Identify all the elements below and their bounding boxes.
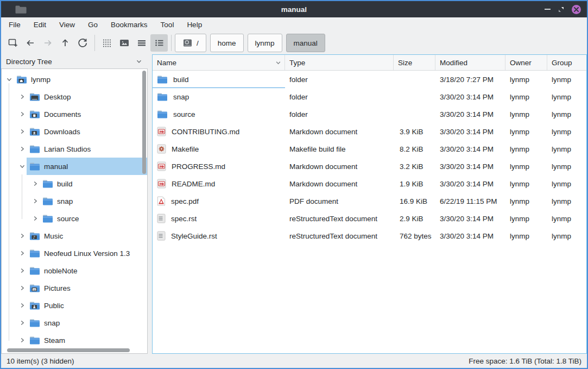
file-row-readme-md[interactable]: MREADME.mdMarkdown document1.9 KiB3/30/2… <box>153 175 586 192</box>
folder-icon <box>29 249 40 258</box>
column-header-owner[interactable]: Owner <box>505 55 547 70</box>
chevron-right-icon[interactable] <box>18 110 27 118</box>
window-title: manual <box>1 5 587 14</box>
chevron-right-icon[interactable] <box>18 92 27 101</box>
menu-file[interactable]: File <box>2 21 27 29</box>
menu-bookmarks[interactable]: Bookmarks <box>104 21 154 29</box>
chevron-down-icon[interactable] <box>135 58 143 65</box>
tree-item-pictures[interactable]: Pictures <box>2 279 147 297</box>
minimize-button[interactable] <box>545 9 551 10</box>
column-header-group[interactable]: Group <box>547 55 586 70</box>
tree-item-lynmp[interactable]: lynmp <box>2 71 147 88</box>
main-area: Directory Tree lynmpDesktopDocumentsDown… <box>1 54 587 354</box>
tree-item-label: source <box>57 215 79 223</box>
maximize-button[interactable] <box>558 6 565 13</box>
chevron-right-icon[interactable] <box>18 336 27 345</box>
menu-edit[interactable]: Edit <box>27 21 53 29</box>
thumbnail-view-button[interactable] <box>116 34 133 52</box>
chevron-right-icon[interactable] <box>18 249 27 258</box>
tree-item-build[interactable]: build <box>2 175 147 192</box>
file-row-snap[interactable]: snapfolder3/30/20 3:14 PMlynmplynmp <box>153 88 586 105</box>
file-type: PDF document <box>285 197 394 205</box>
menubar: FileEditViewGoBookmarksToolHelp <box>1 17 587 32</box>
menu-go[interactable]: Go <box>81 21 104 29</box>
file-row-build[interactable]: buildfolder3/18/20 7:27 PMlynmplynmp <box>153 71 586 88</box>
tree-item-downloads[interactable]: Downloads <box>2 123 147 140</box>
compact-view-button[interactable] <box>133 34 150 52</box>
sidebar-header[interactable]: Directory Tree <box>1 54 148 68</box>
path-button-root[interactable]: / <box>175 34 206 52</box>
sidebar-vertical-scrollbar[interactable] <box>142 71 146 174</box>
column-header-modified[interactable]: Modified <box>435 55 505 70</box>
folder-icon <box>29 336 40 345</box>
file-owner: lynmp <box>505 128 547 136</box>
tree-item-snap[interactable]: snap <box>2 192 147 210</box>
chevron-right-icon[interactable] <box>31 179 40 188</box>
new-tab-button[interactable] <box>4 34 22 52</box>
chevron-right-icon[interactable] <box>18 145 27 153</box>
chevron-down-icon[interactable] <box>5 75 14 84</box>
path-button-lynmp[interactable]: lynmp <box>248 34 282 52</box>
column-header-type[interactable]: Type <box>285 55 394 70</box>
tree-item-label: lynmp <box>31 76 50 84</box>
menu-tool[interactable]: Tool <box>154 21 181 29</box>
folder-music-icon: ♪ <box>29 232 40 241</box>
column-header-label: Type <box>289 59 305 67</box>
close-button[interactable] <box>572 5 581 14</box>
chevron-right-icon[interactable] <box>18 284 27 292</box>
file-row-spec-rst[interactable]: spec.rstreStructuredText document2.9 KiB… <box>153 210 586 227</box>
tree-item-label: Pictures <box>44 284 71 292</box>
sidebar-horizontal-scrollbar[interactable] <box>7 348 130 352</box>
tree-item-label: manual <box>44 162 68 171</box>
pdf-icon <box>157 196 166 206</box>
file-row-source[interactable]: sourcefolder3/30/20 3:14 PMlynmplynmp <box>153 105 586 123</box>
file-row-styleguide-rst[interactable]: StyleGuide.rstreStructuredText document7… <box>153 227 586 245</box>
column-header-size[interactable]: Size <box>394 55 435 70</box>
file-row-spec-pdf[interactable]: spec.pdfPDF document16.9 KiB6/22/19 11:1… <box>153 192 586 210</box>
detailed-list-view-button[interactable] <box>150 34 168 52</box>
column-header-name[interactable]: Name <box>153 55 285 70</box>
folder-public-icon <box>29 301 40 310</box>
file-row-contributing-md[interactable]: MCONTRIBUTING.mdMarkdown document3.9 KiB… <box>153 123 586 140</box>
tree-item-manual[interactable]: manual <box>2 158 147 175</box>
tree-item-steam[interactable]: Steam <box>2 332 147 349</box>
file-modified: 3/30/20 3:14 PM <box>435 232 505 240</box>
file-row-makefile[interactable]: MakefileMakefile build file8.2 KiB3/30/2… <box>153 140 586 158</box>
tree-item-snap[interactable]: snap <box>2 314 147 332</box>
chevron-right-icon[interactable] <box>18 266 27 275</box>
tree-item-neofeud-linux-version-1-3[interactable]: Neofeud Linux Version 1.3 <box>2 245 147 262</box>
column-header-label: Owner <box>510 59 532 67</box>
path-button-label: lynmp <box>255 39 275 47</box>
tree-item-larian-studios[interactable]: Larian Studios <box>2 140 147 158</box>
tree-item-label: Neofeud Linux Version 1.3 <box>44 249 130 258</box>
chevron-right-icon[interactable] <box>18 301 27 310</box>
chevron-right-icon[interactable] <box>31 214 40 223</box>
path-button-manual[interactable]: manual <box>286 34 325 52</box>
folder-icon <box>29 318 40 328</box>
tree-item-public[interactable]: Public <box>2 297 147 314</box>
tree-item-music[interactable]: ♪Music <box>2 227 147 245</box>
chevron-down-icon[interactable] <box>18 162 27 171</box>
back-button[interactable] <box>22 34 39 52</box>
chevron-right-icon[interactable] <box>18 127 27 136</box>
tree-item-noblenote[interactable]: nobleNote <box>2 262 147 279</box>
file-row-progress-md[interactable]: MPROGRESS.mdMarkdown document3.2 KiB3/30… <box>153 158 586 175</box>
tree-item-documents[interactable]: Documents <box>2 105 147 123</box>
status-item-count: 10 item(s) (3 hidden) <box>7 357 74 365</box>
file-owner: lynmp <box>505 215 547 223</box>
menu-view[interactable]: View <box>53 21 81 29</box>
pane-splitter[interactable] <box>148 54 152 354</box>
chevron-right-icon[interactable] <box>18 318 27 327</box>
icon-view-button[interactable] <box>98 34 116 52</box>
tree-item-source[interactable]: source <box>2 210 147 227</box>
svg-text:♪: ♪ <box>33 235 35 240</box>
chevron-right-icon[interactable] <box>18 232 27 240</box>
chevron-right-icon[interactable] <box>31 197 40 205</box>
forward-button[interactable] <box>39 34 56 52</box>
refresh-button[interactable] <box>74 34 91 52</box>
window-controls <box>545 5 587 14</box>
tree-item-desktop[interactable]: Desktop <box>2 88 147 105</box>
menu-help[interactable]: Help <box>180 21 208 29</box>
path-button-home[interactable]: home <box>210 34 244 52</box>
up-button[interactable] <box>56 34 74 52</box>
